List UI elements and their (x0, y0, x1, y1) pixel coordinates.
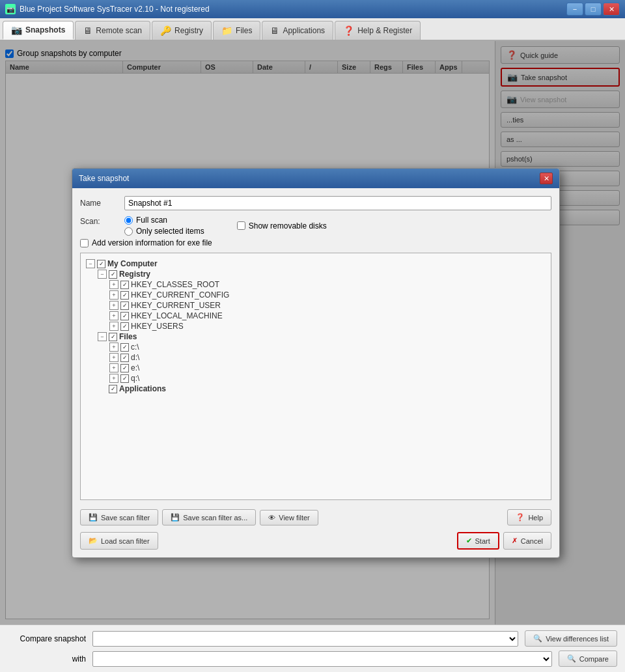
take-snapshot-modal: Take snapshot ✕ Name Scan: (72, 168, 560, 558)
full-scan-radio[interactable] (124, 216, 133, 225)
tab-files[interactable]: 📁 Files (213, 21, 260, 40)
checkbox-cdrive[interactable]: ✓ (120, 343, 129, 352)
compare-icon: 🔍 (567, 654, 576, 663)
tab-snapshots-label: Snapshots (25, 25, 65, 35)
save-filter-as-icon: 💾 (171, 513, 180, 522)
checkbox-ddrive[interactable]: ✓ (120, 354, 129, 362)
expand-ddrive[interactable]: + (109, 353, 118, 362)
show-removable-checkbox[interactable] (237, 221, 245, 230)
with-label: with (8, 654, 86, 664)
checkbox-qdrive[interactable]: ✓ (120, 374, 129, 383)
load-filter-button[interactable]: 📂 Load scan filter (80, 532, 158, 550)
expand-hklm[interactable]: + (109, 311, 118, 320)
expand-files[interactable]: − (98, 332, 107, 341)
content-area: Group snapshots by computer Name Compute… (0, 41, 625, 624)
snapshots-tab-icon: 📷 (11, 25, 22, 35)
only-selected-radio[interactable] (124, 227, 133, 236)
modal-close-button[interactable]: ✕ (540, 173, 553, 184)
start-button[interactable]: ✔ Start (457, 532, 499, 550)
load-filter-icon: 📂 (89, 537, 98, 545)
tree-node-mycomputer: − ✓ My Computer (86, 259, 546, 269)
tree-node-hkcc: + ✓ HKEY_CURRENT_CONFIG (109, 290, 546, 300)
help-icon: ❓ (516, 513, 525, 522)
tab-applications-label: Applications (283, 26, 325, 35)
modal-footer-row2: 📂 Load scan filter ✔ Start ✗ Cancel (80, 532, 551, 550)
view-filter-icon: 👁 (268, 514, 275, 522)
files-children: + ✓ c:\ + ✓ d:\ + (98, 342, 546, 384)
add-version-label: Add version information for exe file (92, 238, 212, 247)
tree-node-hkcu: + ✓ HKEY_CURRENT_USER (109, 300, 546, 311)
main-window: 📷 Snapshots 🖥 Remote scan 🔑 Registry 📁 F… (0, 18, 625, 672)
tab-remote-scan-label: Remote scan (96, 26, 142, 35)
compare-label-btn: Compare (579, 655, 609, 663)
cancel-icon: ✗ (512, 537, 518, 545)
tree-node-cdrive: + ✓ c:\ (109, 342, 546, 352)
close-button[interactable]: ✕ (603, 3, 620, 16)
compare-snapshot-row: Compare snapshot 🔍 View differences list (8, 630, 617, 647)
name-input[interactable] (124, 196, 551, 210)
checkbox-registry[interactable]: ✓ (109, 270, 117, 279)
checkbox-hkcr[interactable]: ✓ (120, 281, 129, 289)
scan-radio-group: Full scan Only selected items (124, 216, 204, 236)
app-icon: 📷 (5, 4, 16, 14)
checkbox-hku[interactable]: ✓ (120, 322, 129, 331)
mycomputer-children: − ✓ Registry + ✓ HKEY_CLASSES_ROOT (86, 269, 546, 394)
bottom-section: Compare snapshot 🔍 View differences list… (0, 624, 625, 672)
checkbox-hkcc[interactable]: ✓ (120, 291, 129, 300)
expand-registry[interactable]: − (98, 270, 107, 279)
app-title: Blue Project Software SysTracer v2.10 - … (20, 5, 210, 14)
tree-node-edrive: + ✓ e:\ (109, 363, 546, 373)
tab-remote-scan[interactable]: 🖥 Remote scan (75, 21, 150, 40)
label-hkcu: HKEY_CURRENT_USER (131, 301, 221, 310)
checkbox-edrive[interactable]: ✓ (120, 364, 129, 372)
view-differences-icon: 🔍 (533, 634, 542, 643)
compare-button[interactable]: 🔍 Compare (559, 651, 617, 667)
maximize-button[interactable]: □ (585, 3, 602, 16)
help-label: Help (528, 514, 543, 522)
checkbox-files[interactable]: ✓ (109, 333, 117, 341)
expand-hkcc[interactable]: + (109, 290, 118, 300)
tab-applications[interactable]: 🖥 Applications (262, 21, 333, 40)
tab-help[interactable]: ❓ Help & Register (335, 21, 421, 40)
label-hkcc: HKEY_CURRENT_CONFIG (131, 290, 229, 300)
expand-hkcr[interactable]: + (109, 280, 118, 289)
expand-cdrive[interactable]: + (109, 343, 118, 352)
expand-edrive[interactable]: + (109, 363, 118, 372)
label-hku: HKEY_USERS (131, 322, 184, 331)
minimize-button[interactable]: − (566, 3, 583, 16)
expand-hku[interactable]: + (109, 322, 118, 331)
expand-qdrive[interactable]: + (109, 374, 118, 383)
help-button[interactable]: ❓ Help (507, 509, 551, 525)
save-filter-as-button[interactable]: 💾 Save scan filter as... (162, 509, 256, 525)
tab-files-label: Files (236, 26, 252, 35)
label-hkcr: HKEY_CLASSES_ROOT (131, 280, 219, 289)
checkbox-hkcu[interactable]: ✓ (120, 301, 129, 310)
compare-snapshot-select[interactable] (92, 631, 518, 647)
tree-node-files: − ✓ Files (98, 331, 546, 342)
expand-hkcu[interactable]: + (109, 301, 118, 310)
label-registry: Registry (119, 270, 150, 279)
label-ddrive: d:\ (131, 353, 139, 362)
save-filter-button[interactable]: 💾 Save scan filter (80, 509, 158, 525)
registry-children: + ✓ HKEY_CLASSES_ROOT + ✓ HKEY_CURRENT_C… (98, 279, 546, 331)
applications-tab-icon: 🖥 (270, 25, 279, 36)
checkbox-mycomputer[interactable]: ✓ (97, 260, 105, 268)
tree-node-applications: ✓ Applications (98, 384, 546, 394)
load-filter-label: Load scan filter (101, 537, 150, 545)
start-icon: ✔ (466, 537, 472, 545)
add-version-checkbox[interactable] (80, 239, 89, 247)
checkbox-hklm[interactable]: ✓ (120, 312, 129, 320)
view-differences-label: View differences list (546, 635, 609, 643)
with-select[interactable] (92, 651, 552, 667)
scan-tree: − ✓ My Computer − ✓ Registry (80, 253, 551, 500)
view-filter-button[interactable]: 👁 View filter (260, 510, 318, 525)
tab-snapshots[interactable]: 📷 Snapshots (3, 21, 74, 40)
view-differences-button[interactable]: 🔍 View differences list (525, 630, 617, 647)
tree-node-hklm: + ✓ HKEY_LOCAL_MACHINE (109, 311, 546, 321)
cancel-button[interactable]: ✗ Cancel (503, 532, 551, 550)
checkbox-applications[interactable]: ✓ (109, 385, 117, 393)
name-label: Name (80, 199, 119, 208)
tab-registry[interactable]: 🔑 Registry (152, 21, 212, 40)
expand-mycomputer[interactable]: − (86, 259, 95, 268)
add-version-row: Add version information for exe file (80, 238, 551, 247)
